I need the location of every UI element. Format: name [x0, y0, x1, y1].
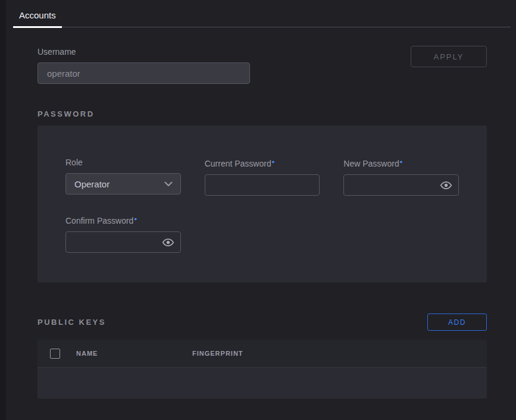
column-header-fingerprint: FINGERPRINT	[192, 350, 243, 357]
page-content: Username APPLY PASSWORD Role Operator	[6, 47, 516, 399]
confirm-password-field-group: Confirm Password•	[65, 215, 181, 253]
page-edge	[0, 0, 6, 420]
role-select[interactable]: Operator	[65, 173, 181, 195]
public-keys-empty-row	[37, 368, 487, 399]
required-marker: •	[272, 158, 275, 167]
apply-button[interactable]: APPLY	[411, 46, 487, 67]
new-password-field-group: New Password•	[343, 158, 459, 196]
accounts-page: Accounts Username APPLY PASSWORD Role Op…	[6, 0, 516, 420]
role-field-group: Role Operator	[65, 158, 181, 196]
tab-bar: Accounts	[13, 0, 511, 27]
public-keys-table-header: NAME FINGERPRINT	[37, 340, 487, 368]
username-label: Username	[37, 47, 250, 57]
public-keys-header-row: PUBLIC KEYS ADD	[37, 314, 487, 331]
select-all-checkbox[interactable]	[50, 349, 60, 359]
required-marker: •	[400, 158, 403, 167]
tab-accounts[interactable]: Accounts	[13, 10, 62, 28]
password-fields-row-1: Role Operator Current Password•	[65, 158, 459, 196]
show-password-icon[interactable]	[440, 180, 452, 190]
required-marker: •	[134, 215, 137, 224]
public-keys-table: NAME FINGERPRINT	[37, 340, 487, 399]
password-card: Role Operator Current Password•	[37, 126, 487, 283]
add-public-key-button[interactable]: ADD	[427, 314, 487, 331]
current-password-label: Current Password•	[205, 158, 320, 168]
column-header-name: NAME	[76, 350, 192, 357]
current-password-input[interactable]	[205, 174, 320, 196]
current-password-field-group: Current Password•	[205, 158, 320, 196]
confirm-password-label: Confirm Password•	[65, 215, 181, 225]
show-password-icon[interactable]	[162, 237, 174, 247]
new-password-label: New Password•	[343, 158, 459, 168]
role-selected-value: Operator	[74, 179, 110, 189]
username-input[interactable]	[37, 62, 250, 84]
public-keys-section-title: PUBLIC KEYS	[37, 318, 106, 327]
chevron-down-icon	[164, 181, 173, 187]
username-field-group: Username	[37, 47, 250, 84]
username-row: Username APPLY	[37, 47, 487, 84]
role-label: Role	[65, 158, 181, 167]
password-section-title: PASSWORD	[37, 109, 487, 118]
password-fields-row-2: Confirm Password•	[65, 215, 459, 253]
